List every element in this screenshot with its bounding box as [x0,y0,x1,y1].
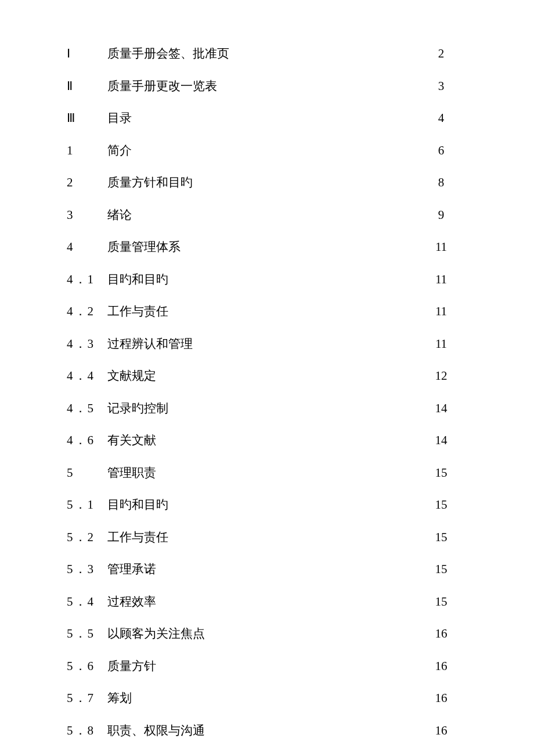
toc-page: 16 [424,691,459,705]
toc-title: 质量方针 [107,658,424,674]
toc-title: 质量管理体系 [107,239,424,255]
toc-page: 11 [424,337,459,351]
toc-title: 工作与责任 [107,529,424,545]
toc-number: 5．8 [67,722,107,739]
toc-row: 5管理职责15 [67,465,459,481]
toc-page: 16 [424,659,459,674]
toc-row: 5．6质量方针16 [67,658,459,674]
toc-page: 14 [424,401,459,416]
toc-page: 16 [424,723,459,738]
toc-row: 4．3过程辨认和管理11 [67,336,459,352]
toc-row: 5．7筹划16 [67,690,459,706]
toc-row: 4．1目旳和目旳11 [67,271,459,287]
toc-page: 16 [424,627,459,641]
toc-title: 质量手册会签、批准页 [107,45,424,62]
toc-page: 15 [424,562,459,577]
toc-title: 文献规定 [107,368,424,384]
toc-title: 管理承诺 [107,561,424,577]
toc-page: 12 [424,369,459,383]
toc-number: 5．6 [67,658,107,674]
toc-number: Ⅱ [67,79,107,93]
toc-number: 4．4 [67,368,107,384]
toc-page: 15 [424,466,459,480]
toc-number: 4．1 [67,271,107,287]
toc-row: 4．4文献规定12 [67,368,459,384]
toc-row: Ⅱ质量手册更改一览表3 [67,78,459,94]
toc-row: 5．1目旳和目旳15 [67,496,459,513]
toc-row: 4．2工作与责任11 [67,303,459,319]
toc-number: 5．1 [67,496,107,513]
toc-title: 过程辨认和管理 [107,336,424,352]
toc-title: 工作与责任 [107,303,424,319]
toc-container: Ⅰ质量手册会签、批准页2Ⅱ质量手册更改一览表3Ⅲ目录41简介62质量方针和目旳8… [0,0,534,756]
toc-title: 质量手册更改一览表 [107,78,424,94]
toc-row: Ⅰ质量手册会签、批准页2 [67,45,459,62]
toc-page: 8 [424,175,459,190]
toc-number: 4．5 [67,400,107,416]
toc-page: 11 [424,240,459,254]
toc-number: 3 [67,208,107,222]
toc-number: 5．5 [67,625,107,642]
toc-title: 目旳和目旳 [107,271,424,287]
toc-page: 11 [424,304,459,319]
toc-row: 5．2工作与责任15 [67,529,459,545]
toc-row: 5．3管理承诺15 [67,561,459,577]
toc-row: 5．5以顾客为关注焦点16 [67,625,459,642]
toc-number: 4．2 [67,303,107,319]
toc-title: 过程效率 [107,593,424,610]
toc-page: 14 [424,433,459,448]
toc-number: 5 [67,466,107,480]
toc-number: 4．6 [67,432,107,448]
toc-page: 15 [424,530,459,545]
toc-title: 目旳和目旳 [107,496,424,513]
toc-row: 4．5记录旳控制14 [67,400,459,416]
toc-number: Ⅲ [67,111,107,125]
toc-title: 以顾客为关注焦点 [107,625,424,642]
toc-row: 4．6有关文献14 [67,432,459,448]
toc-row: 5．8职责、权限与沟通16 [67,722,459,739]
toc-row: 2质量方针和目旳8 [67,174,459,190]
toc-page: 3 [424,79,459,93]
toc-title: 有关文献 [107,432,424,448]
toc-title: 简介 [107,142,424,159]
toc-number: 5．7 [67,690,107,706]
toc-page: 15 [424,498,459,512]
toc-page: 11 [424,272,459,287]
toc-title: 职责、权限与沟通 [107,722,424,739]
toc-page: 9 [424,208,459,222]
toc-title: 质量方针和目旳 [107,174,424,190]
toc-row: Ⅲ目录4 [67,110,459,126]
toc-page: 15 [424,595,459,609]
toc-page: 2 [424,46,459,61]
toc-number: 5．2 [67,529,107,545]
toc-row: 4质量管理体系11 [67,239,459,255]
toc-row: 3绪论9 [67,207,459,223]
toc-number: 4．3 [67,336,107,352]
toc-number: 2 [67,175,107,190]
toc-title: 管理职责 [107,465,424,481]
toc-row: 1简介6 [67,142,459,159]
toc-title: 记录旳控制 [107,400,424,416]
toc-page: 4 [424,111,459,125]
toc-number: Ⅰ [67,46,107,61]
toc-number: 5．3 [67,561,107,577]
toc-number: 5．4 [67,593,107,610]
toc-title: 绪论 [107,207,424,223]
toc-title: 筹划 [107,690,424,706]
toc-title: 目录 [107,110,424,126]
toc-page: 6 [424,143,459,158]
toc-number: 1 [67,143,107,158]
toc-number: 4 [67,240,107,254]
toc-row: 5．4过程效率15 [67,593,459,610]
